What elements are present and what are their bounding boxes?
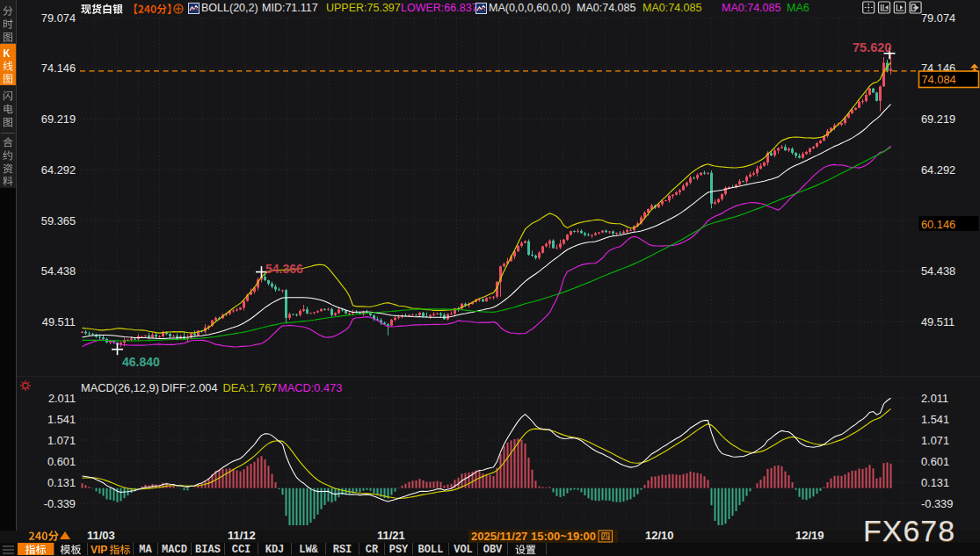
svg-text:49.511: 49.511 [921, 315, 955, 329]
svg-text:MACD(26,12,9): MACD(26,12,9) [81, 381, 159, 394]
svg-text:46.840: 46.840 [122, 355, 160, 369]
svg-text:2.011: 2.011 [921, 392, 948, 405]
svg-text:DIFF:2.004: DIFF:2.004 [162, 381, 218, 394]
svg-text:54.438: 54.438 [41, 264, 76, 278]
svg-text:59.365: 59.365 [41, 214, 76, 227]
svg-text:0.601: 0.601 [47, 455, 76, 468]
svg-text:-0.339: -0.339 [44, 497, 76, 510]
svg-text:64.292: 64.292 [921, 163, 955, 177]
svg-text:VIP: VIP [91, 544, 107, 556]
svg-text:1.541: 1.541 [921, 413, 949, 426]
svg-text:0.131: 0.131 [921, 476, 949, 489]
svg-text:75.620: 75.620 [853, 40, 891, 54]
svg-text:49.511: 49.511 [42, 315, 76, 329]
svg-text:74.146: 74.146 [41, 61, 76, 75]
svg-text:MACD:0.473: MACD:0.473 [278, 381, 342, 394]
svg-text:1.541: 1.541 [47, 413, 76, 426]
svg-text:2.011: 2.011 [48, 392, 76, 405]
svg-text:-0.339: -0.339 [921, 497, 953, 510]
svg-text:54.366: 54.366 [265, 262, 303, 276]
svg-text:DEA:1.767: DEA:1.767 [223, 381, 278, 394]
svg-text:69.219: 69.219 [921, 112, 955, 126]
svg-text:0.601: 0.601 [921, 455, 949, 468]
svg-text:69.219: 69.219 [41, 112, 76, 126]
svg-text:74.084: 74.084 [922, 73, 956, 86]
svg-text:54.438: 54.438 [921, 264, 955, 278]
svg-text:64.292: 64.292 [41, 163, 76, 177]
svg-text:1.071: 1.071 [47, 434, 76, 447]
svg-text:60.146: 60.146 [921, 218, 955, 231]
svg-text:1.071: 1.071 [921, 434, 949, 447]
svg-text:0.131: 0.131 [47, 476, 76, 489]
